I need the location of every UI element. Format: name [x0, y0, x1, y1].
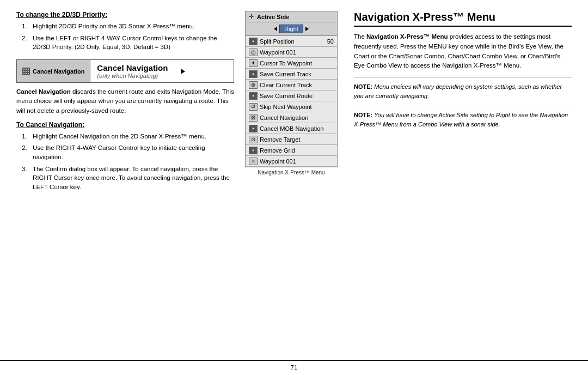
cancel-nav-body: Cancel Navigation discards the current r… [16, 87, 234, 116]
cancel-nav-title-area: Cancel Navigation (only when Navigating) [90, 60, 174, 82]
step-item: 3. The Confirm dialog box will appear. T… [22, 165, 234, 192]
menu-item-waypoint-001-2[interactable]: ○ Waypoint 001 [246, 156, 337, 167]
menu-item-remove-target[interactable]: ⊙ Remove Target [246, 134, 337, 145]
heading-2d3d: To change the 2D/3D Priority: [16, 11, 234, 19]
cancel-mob-icon: ▪ [249, 125, 258, 132]
split-icon: ▪ [249, 38, 258, 45]
active-side-label: Active Side [257, 14, 289, 20]
menu-item-split-position[interactable]: ▪ Split Position 50 [246, 36, 337, 47]
arrow-right-icon [181, 69, 185, 74]
split-value: 50 [327, 38, 334, 45]
heading-cancel-nav: To Cancel Navigation: [16, 121, 234, 129]
menu-item-save-route[interactable]: ▪ Save Current Route [246, 90, 337, 101]
divider [354, 77, 572, 78]
note1: NOTE: Menu choices will vary depending o… [354, 82, 572, 100]
menu-item-cancel-mob[interactable]: ▪ Cancel MOB Navigation [246, 123, 337, 134]
menu-item-cursor-to-waypoint[interactable]: ✦ Cursor To Waypoint [246, 58, 337, 69]
step-item: 2. Use the LEFT or RIGHT 4-WAY Cursor Co… [22, 34, 234, 52]
middle-column: ✛ Active Side Right ▪ Split Position 50 … [245, 11, 338, 355]
skip-icon: ↺ [249, 103, 258, 111]
menu-right-row: Right [246, 22, 337, 36]
cursor-icon: ✦ [249, 59, 258, 67]
step-item: 2. Use the RIGHT 4-WAY Cursor Control ke… [22, 143, 234, 161]
menu-item-waypoint-001[interactable]: ◎ Waypoint 001 [246, 47, 337, 58]
right-selector: Right [279, 25, 303, 33]
right-column: Navigation X-Press™ Menu The Navigation … [348, 11, 572, 355]
menu-item-save-track[interactable]: ▪ Save Current Track [246, 69, 337, 80]
menu-panel: ✛ Active Side Right ▪ Split Position 50 … [245, 11, 338, 167]
steps-cancel-nav: 1. Highlight Cancel Navigation on the 2D… [16, 132, 234, 192]
arrow-right-icon [305, 27, 309, 31]
waypoint-icon: ◎ [249, 49, 258, 56]
cancel-nav-subtitle: (only when Navigating) [97, 72, 168, 79]
cancel-nav-icon-area: Cancel Navigation [17, 60, 90, 82]
cancel-nav-box: Cancel Navigation Cancel Navigation (onl… [16, 59, 234, 83]
cancel-nav-menu-icon: ⊠ [249, 114, 258, 122]
cancel-nav-title: Cancel Navigation [97, 63, 168, 72]
divider2 [354, 106, 572, 106]
remove-target-icon: ⊙ [249, 136, 258, 143]
cancel-nav-arrow [174, 60, 189, 82]
note2: NOTE: You will have to change Active Sid… [354, 111, 572, 129]
page-footer: 71 [0, 360, 588, 375]
menu-item-cancel-navigation[interactable]: ⊠ Cancel Navigation [246, 112, 337, 123]
clear-track-icon: ⊗ [249, 81, 258, 89]
waypoint2-icon: ○ [249, 158, 258, 165]
steps-2d3d: 1. Highlight 2D/3D Priority on the 3D So… [16, 22, 234, 52]
right-title: Navigation X-Press™ Menu [354, 11, 572, 27]
menu-item-clear-track[interactable]: ⊗ Clear Current Track [246, 80, 337, 90]
grid-icon [22, 68, 30, 75]
left-column: To change the 2D/3D Priority: 1. Highlig… [16, 11, 234, 355]
right-body-text: The Navigation X-Press™ Menu provides ac… [354, 32, 572, 71]
menu-active-side-header: ✛ Active Side [246, 11, 337, 22]
page-number: 71 [290, 364, 297, 372]
remove-grid-icon: ▪ [249, 147, 258, 154]
menu-caption: Navigation X-Press™ Menu [245, 170, 338, 176]
step-item: 1. Highlight Cancel Navigation on the 2D… [22, 132, 234, 141]
arrow-left-icon [274, 27, 277, 31]
menu-item-remove-grid[interactable]: ▪ Remove Grid [246, 145, 337, 156]
crosshair-icon: ✛ [249, 13, 254, 20]
step-item: 1. Highlight 2D/3D Priority on the 3D So… [22, 22, 234, 31]
save-track-icon: ▪ [249, 70, 258, 78]
save-route-icon: ▪ [249, 92, 258, 100]
menu-item-skip-waypoint[interactable]: ↺ Skip Next Waypoint [246, 101, 337, 112]
